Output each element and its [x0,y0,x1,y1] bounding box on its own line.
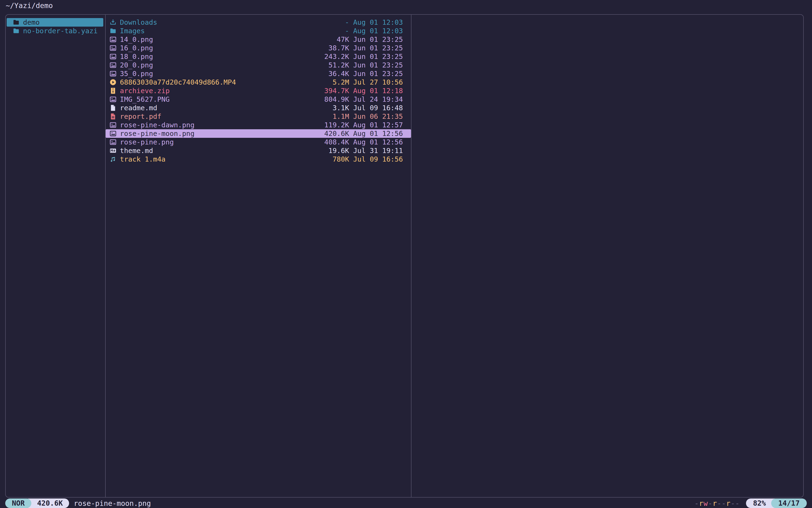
file-permissions: -rw-r--r-- [695,499,740,508]
file-date: Jun 06 21:35 [353,113,403,121]
file-row-rose-pine-dawn.png[interactable]: rose-pine-dawn.png119.2KAug 01 12:57 [106,121,411,129]
file-date: Jul 09 16:48 [353,104,403,112]
file-name: Images [120,27,145,35]
file-date: Aug 01 12:03 [353,18,403,26]
image-icon [109,53,116,60]
image-icon [109,96,116,103]
file-row-report.pdf[interactable]: report.pdf1.1MJun 06 21:35 [106,112,411,121]
file-name: track 1.m4a [120,155,165,163]
file-row-theme.md[interactable]: theme.md19.6KJul 31 19:11 [106,146,411,155]
main-panes: demono-border-tab.yazi Downloads-Aug 01 … [5,14,804,498]
image-icon [109,138,116,146]
folder-icon [109,27,116,35]
file-size: 1.1M [324,113,349,121]
file-date: Jul 31 19:11 [353,146,403,155]
file-name: 18_0.png [120,52,153,60]
yazi-file-manager: ~/Yazi/demo demono-border-tab.yazi Downl… [0,0,812,508]
file-row-14_0.png[interactable]: 14_0.png47KJun 01 23:25 [106,35,411,44]
file-size: 119.2K [324,121,349,129]
sidebar-item-label: demo [23,18,40,26]
breadcrumb-path: ~/Yazi/demo [6,1,53,10]
mode-badge: NOR [5,499,31,508]
markdown-icon [109,147,116,154]
file-row-Downloads[interactable]: Downloads-Aug 01 12:03 [106,18,411,27]
file-date: Aug 01 12:18 [353,87,403,95]
file-name: rose-pine-dawn.png [120,121,194,129]
file-name: 14_0.png [120,35,153,43]
zip-icon [109,87,116,94]
preview-pane: Rosé Pine YAZI [412,15,803,497]
file-name: 20_0.png [120,61,153,69]
file-name: report.pdf [120,113,161,121]
file-date: Jun 01 23:25 [353,35,403,43]
file-size: 5.2M [324,78,349,86]
file-row-16_0.png[interactable]: 16_0.png38.7KJun 01 23:25 [106,44,411,52]
file-date: Aug 01 12:56 [353,138,403,146]
play-icon [109,79,116,86]
file-row-IMG_5627.PNG[interactable]: IMG_5627.PNG804.9KJul 24 19:34 [106,95,411,103]
file-size: 19.6K [324,146,349,155]
status-filename: rose-pine-moon.png [74,499,151,508]
file-date: Aug 01 12:56 [353,129,403,137]
file-icon [109,104,116,112]
file-size: 3.1K [324,104,349,112]
file-name: rose-pine.png [120,138,174,146]
file-name: theme.md [120,146,153,155]
file-row-rose-pine-moon.png[interactable]: rose-pine-moon.png420.6KAug 01 12:56 [106,129,411,138]
file-name: IMG_5627.PNG [120,95,170,103]
file-size: 243.2K [324,52,349,60]
file-name: Downloads [120,18,157,26]
file-size: 420.6K [324,129,349,137]
file-name: 68863030a77d20c74049d866.MP4 [120,78,236,86]
current-directory-pane: Downloads-Aug 01 12:03Images-Aug 01 12:0… [106,15,411,497]
file-name: rose-pine-moon.png [120,129,194,137]
file-row-archieve.zip[interactable]: archieve.zip394.7KAug 01 12:18 [106,86,411,95]
file-date: Jun 01 23:25 [353,61,403,69]
file-size: - [324,27,349,35]
image-icon [109,130,116,137]
status-right: -rw-r--r-- 82% 14/17 [695,499,807,508]
file-row-20_0.png[interactable]: 20_0.png51.2KJun 01 23:25 [106,61,411,70]
status-bar: NOR 420.6K rose-pine-moon.png -rw-r--r--… [5,499,807,508]
file-row-35_0.png[interactable]: 35_0.png36.4KJun 01 23:25 [106,70,411,78]
file-date: Jul 27 10:56 [353,78,403,86]
file-name: 35_0.png [120,70,153,78]
file-date: Jun 01 23:25 [353,44,403,52]
pdf-icon [109,113,116,120]
parent-directory-pane: demono-border-tab.yazi [6,15,105,497]
file-date: Aug 01 12:03 [353,27,403,35]
file-size: 408.4K [324,138,349,146]
file-size: 38.7K [324,44,349,52]
file-row-rose-pine.png[interactable]: rose-pine.png408.4KAug 01 12:56 [106,138,411,146]
file-size: 394.7K [324,87,349,95]
file-size: - [324,18,349,26]
image-icon [109,121,116,129]
music-icon [109,156,116,163]
file-size: 780K [324,155,349,163]
file-row-18_0.png[interactable]: 18_0.png243.2KJun 01 23:25 [106,52,411,61]
folder-icon [12,19,20,26]
image-icon [109,70,116,77]
file-date: Jun 01 23:25 [353,70,403,78]
sidebar-item-no-border-tab.yazi[interactable]: no-border-tab.yazi [7,27,103,35]
sidebar-item-demo[interactable]: demo [7,18,103,27]
image-icon [109,61,116,69]
image-icon [109,44,116,51]
file-size: 36.4K [324,70,349,78]
file-size: 804.9K [324,95,349,103]
file-row-Images[interactable]: Images-Aug 01 12:03 [106,27,411,35]
file-size: 47K [324,35,349,43]
download-icon [109,19,116,26]
file-name: readme.md [120,104,157,112]
folder-icon [12,27,20,35]
image-icon [109,36,116,43]
cursor-position-badge: 14/17 [771,499,807,508]
file-row-track 1.m4a[interactable]: track 1.m4a780KJul 09 16:56 [106,155,411,164]
file-row-68863030a77d20c74049d866.MP4[interactable]: 68863030a77d20c74049d866.MP45.2MJul 27 1… [106,78,411,86]
file-date: Jul 09 16:56 [353,155,403,163]
file-date: Jul 24 19:34 [353,95,403,103]
status-left: NOR 420.6K rose-pine-moon.png [5,499,151,508]
file-name: 16_0.png [120,44,153,52]
file-row-readme.md[interactable]: readme.md3.1KJul 09 16:48 [106,103,411,112]
file-date: Aug 01 12:57 [353,121,403,129]
